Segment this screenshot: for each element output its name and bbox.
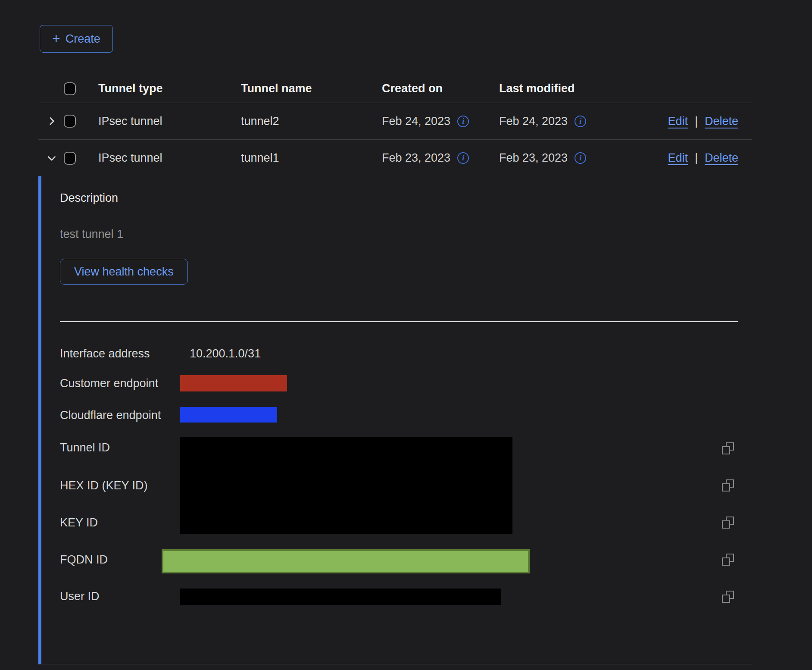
last-modified-cell: Feb 23, 2023 i xyxy=(491,151,621,165)
copy-icon-tunnel-id[interactable] xyxy=(722,442,734,454)
chevron-down-icon[interactable] xyxy=(45,152,58,165)
interface-address-label: Interface address xyxy=(60,347,150,360)
select-all-checkbox[interactable] xyxy=(64,82,76,95)
edit-link-tunnel2[interactable]: Edit xyxy=(668,115,688,128)
row-actions-cell: Edit | Delete xyxy=(621,151,752,165)
row-actions-cell: Edit | Delete xyxy=(621,115,752,128)
last-modified-cell: Feb 24, 2023 i xyxy=(491,115,621,128)
checkbox-cell xyxy=(64,115,91,128)
ids-redacted-values xyxy=(180,437,512,534)
cloudflare-endpoint-label: Cloudflare endpoint xyxy=(60,408,161,422)
create-button[interactable]: + Create xyxy=(40,25,113,53)
info-icon[interactable]: i xyxy=(457,116,469,127)
user-id-redacted-value xyxy=(180,589,501,605)
table-header-row: Tunnel type Tunnel name Created on Last … xyxy=(38,75,752,103)
edit-link-tunnel1[interactable]: Edit xyxy=(668,151,688,165)
checkbox-cell xyxy=(64,152,91,165)
info-icon[interactable]: i xyxy=(575,116,586,127)
created-on-date: Feb 24, 2023 xyxy=(382,115,450,128)
created-on-date: Feb 23, 2023 xyxy=(382,151,450,165)
column-header-last-modified: Last modified xyxy=(491,82,621,95)
customer-endpoint-redacted-value xyxy=(180,375,287,391)
info-icon[interactable]: i xyxy=(457,152,469,164)
tunnel-name-cell: tunnel1 xyxy=(233,151,374,165)
table-row-tunnel2: IPsec tunnel tunnel2 Feb 24, 2023 i Feb … xyxy=(38,103,752,140)
column-header-created-on: Created on xyxy=(374,82,491,95)
created-on-cell: Feb 24, 2023 i xyxy=(374,115,491,128)
tunnel-type-cell: IPsec tunnel xyxy=(91,115,233,128)
hex-id-label: HEX ID (KEY ID) xyxy=(60,479,148,492)
fqdn-id-label: FQDN ID xyxy=(60,553,108,567)
description-label: Description xyxy=(60,191,118,205)
info-icon[interactable]: i xyxy=(575,152,586,164)
last-modified-date: Feb 23, 2023 xyxy=(499,151,568,165)
action-separator: | xyxy=(695,115,698,128)
tunnels-page: + Create Tunnel type Tunnel name Created… xyxy=(0,0,812,670)
row-checkbox-tunnel2[interactable] xyxy=(64,115,76,128)
expander-cell xyxy=(40,115,64,128)
interface-address-value: 10.200.1.0/31 xyxy=(190,347,261,360)
expander-cell xyxy=(40,152,64,165)
customer-endpoint-label: Customer endpoint xyxy=(60,376,158,390)
expanded-tunnel-details: Description test tunnel 1 View health ch… xyxy=(38,176,752,664)
row-checkbox-tunnel1[interactable] xyxy=(64,152,76,165)
copy-icon-user-id[interactable] xyxy=(722,591,734,603)
tunnel-id-label: Tunnel ID xyxy=(60,441,110,454)
last-modified-date: Feb 24, 2023 xyxy=(499,115,568,128)
key-id-label: KEY ID xyxy=(60,516,98,529)
action-separator: | xyxy=(695,151,698,165)
description-value: test tunnel 1 xyxy=(60,228,123,241)
delete-link-tunnel1[interactable]: Delete xyxy=(705,151,738,165)
table-row-tunnel1: IPsec tunnel tunnel1 Feb 23, 2023 i Feb … xyxy=(38,140,752,176)
delete-link-tunnel2[interactable]: Delete xyxy=(705,115,738,128)
column-header-tunnel-name: Tunnel name xyxy=(233,82,374,95)
section-divider xyxy=(60,321,738,322)
tunnel-name-cell: tunnel2 xyxy=(233,115,374,128)
copy-icon-key-id[interactable] xyxy=(722,517,734,529)
tunnel-type-cell: IPsec tunnel xyxy=(91,151,233,165)
column-header-tunnel-type: Tunnel type xyxy=(91,82,233,95)
create-button-label: Create xyxy=(66,32,100,46)
created-on-cell: Feb 23, 2023 i xyxy=(374,151,491,165)
user-id-label: User ID xyxy=(60,589,100,603)
chevron-right-icon[interactable] xyxy=(45,115,58,128)
cloudflare-endpoint-redacted-value xyxy=(180,407,277,423)
header-checkbox-cell xyxy=(64,82,91,95)
tunnels-table: Tunnel type Tunnel name Created on Last … xyxy=(38,75,752,664)
fqdn-id-redacted-value xyxy=(162,549,530,573)
plus-icon: + xyxy=(52,31,60,45)
copy-icon-hex-id[interactable] xyxy=(722,479,734,492)
copy-icon-fqdn-id[interactable] xyxy=(722,554,734,566)
view-health-checks-button[interactable]: View health checks xyxy=(60,259,188,285)
